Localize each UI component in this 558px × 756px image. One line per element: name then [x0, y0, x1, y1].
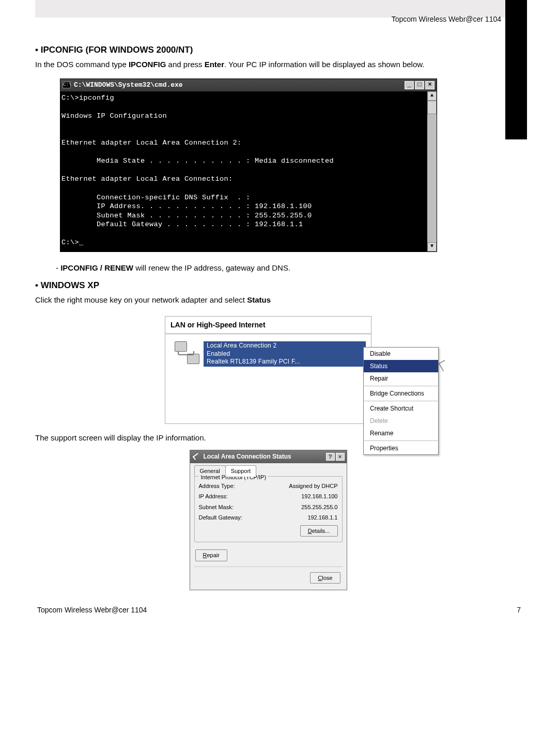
minimize-button[interactable]: _ — [405, 81, 414, 89]
dialog-title-icon — [193, 453, 200, 460]
row-address-type: Address Type: Assigned by DHCP — [199, 482, 338, 491]
value-gateway: 192.168.1.1 — [307, 513, 337, 522]
menu-item-rename[interactable]: Rename — [364, 427, 438, 439]
text: Click the right mouse key on your networ… — [35, 295, 247, 304]
manual-title: Topcom Wireless Webr@cer 1104 — [392, 15, 501, 23]
menu-item-delete: Delete — [364, 415, 438, 427]
menu-item-bridge[interactable]: Bridge Connections — [364, 387, 438, 400]
dialog-body: General Support Internet Protocol (TCP/I… — [190, 463, 347, 590]
value-mask: 255.255.255.0 — [301, 503, 337, 512]
language-tab-label: ENGLISH — [520, 121, 531, 225]
menu-item-status[interactable]: Status — [364, 360, 438, 372]
text: will renew the IP address, gateway and D… — [133, 263, 290, 272]
text: . Your PC IP information will be display… — [224, 60, 424, 69]
repair-button[interactable]: Repair — [195, 549, 227, 561]
page-number: 7 — [517, 606, 521, 614]
network-panel-header: LAN or High-Speed Internet — [165, 317, 371, 334]
close-button-rest: lose — [322, 575, 332, 581]
close-dialog-button[interactable]: Close — [310, 572, 340, 584]
context-menu: Disable Status Repair Bridge Connections… — [363, 347, 439, 455]
value-address-type: Assigned by DHCP — [289, 482, 337, 491]
menu-separator — [364, 401, 438, 401]
text: In the DOS command type — [35, 60, 129, 69]
scroll-thumb[interactable] — [427, 101, 437, 114]
bold-term-enter: Enter — [205, 60, 224, 69]
repair-button-rest: epair — [207, 552, 219, 558]
details-button-rest: etails... — [312, 528, 330, 534]
menu-item-repair[interactable]: Repair — [364, 372, 438, 385]
language-tab: ENGLISH — [505, 0, 527, 139]
connection-status-dialog: Local Area Connection Status ? × General… — [190, 450, 347, 590]
cmd-titlebar[interactable]: C:\ C:\WINDOWS\System32\cmd.exe _ □ × — [60, 79, 437, 91]
network-adapter-label: Local Area Connection 2 Enabled Realtek … — [204, 341, 366, 367]
page-footer: Topcom Wireless Webr@cer 1104 7 — [0, 590, 558, 614]
text: and press — [166, 60, 204, 69]
renew-note: - IPCONFIG / RENEW will renew the IP add… — [56, 262, 501, 274]
page-header: Topcom Wireless Webr@cer 1104 ENGLISH — [0, 0, 558, 29]
label-mask: Subnet Mask: — [199, 503, 234, 512]
label-gateway: Default Gateway: — [199, 513, 242, 522]
label-ip: IP Address: — [199, 492, 228, 501]
row-ip-address: IP Address: 192.168.1.100 — [199, 492, 338, 501]
bold-term-renew: IPCONFIG / RENEW — [60, 263, 133, 272]
dialog-actions: Close — [194, 566, 343, 585]
details-button[interactable]: Details... — [300, 525, 338, 537]
bold-term-ipconfig: IPCONFIG — [129, 60, 166, 69]
scroll-up-button[interactable]: ▲ — [427, 91, 437, 101]
cmd-body: C:\>ipconfig Windows IP Configuration Et… — [60, 91, 437, 251]
row-subnet-mask: Subnet Mask: 255.255.255.0 — [199, 503, 338, 512]
menu-item-disable[interactable]: Disable — [364, 348, 438, 360]
adapter-state: Enabled — [207, 350, 363, 358]
scroll-down-button[interactable]: ▼ — [427, 242, 437, 251]
menu-item-properties[interactable]: Properties — [364, 442, 438, 454]
section-heading-ipconfig: • IPCONFIG (FOR WINDOWS 2000/NT) — [35, 43, 501, 57]
row-default-gateway: Default Gateway: 192.168.1.1 — [199, 513, 338, 522]
network-connections-panel: LAN or High-Speed Internet Local Area Co… — [165, 316, 371, 424]
close-button[interactable]: × — [336, 453, 345, 461]
tab-support[interactable]: Support — [225, 465, 257, 477]
dialog-title-text: Local Area Connection Status — [204, 452, 325, 461]
network-panel-body: Local Area Connection 2 Enabled Realtek … — [165, 334, 371, 423]
cmd-output[interactable]: C:\>ipconfig Windows IP Configuration Et… — [60, 91, 437, 251]
cmd-icon: C:\ — [63, 82, 71, 88]
section-heading-winxp: • WINDOWS XP — [35, 279, 501, 292]
menu-separator — [364, 440, 438, 441]
bold-term-status: Status — [247, 295, 271, 304]
network-adapter-item[interactable]: Local Area Connection 2 Enabled Realtek … — [171, 341, 366, 367]
adapter-name: Local Area Connection 2 — [207, 342, 363, 350]
menu-item-shortcut[interactable]: Create Shortcut — [364, 402, 438, 415]
network-adapter-icon — [175, 341, 199, 364]
network-panel-wrap: LAN or High-Speed Internet Local Area Co… — [165, 316, 371, 424]
adapter-device: Realtek RTL8139 Family PCI F... — [207, 358, 363, 366]
dash: - — [56, 263, 60, 272]
dialog-titlebar[interactable]: Local Area Connection Status ? × — [190, 450, 347, 463]
label-address-type: Address Type: — [199, 482, 235, 491]
menu-separator — [364, 386, 438, 386]
cmd-window-controls: _ □ × — [404, 81, 435, 89]
cmd-title-text: C:\WINDOWS\System32\cmd.exe — [74, 80, 183, 90]
section-intro-ipconfig: In the DOS command type IPCONFIG and pre… — [35, 59, 501, 71]
document-body: • IPCONFIG (FOR WINDOWS 2000/NT) In the … — [0, 29, 558, 590]
protocol-fieldset: Internet Protocol (TCP/IP) Address Type:… — [194, 476, 343, 543]
value-ip: 192.168.1.100 — [301, 492, 337, 501]
cmd-window: C:\ C:\WINDOWS\System32\cmd.exe _ □ × C:… — [60, 78, 437, 252]
maximize-button[interactable]: □ — [415, 81, 424, 89]
close-button[interactable]: × — [425, 81, 435, 89]
help-button[interactable]: ? — [326, 453, 335, 461]
cmd-scrollbar[interactable]: ▲ ▼ — [427, 91, 437, 251]
footer-manual-title: Topcom Wireless Webr@cer 1104 — [37, 606, 147, 614]
section-intro-winxp: Click the right mouse key on your networ… — [35, 294, 501, 306]
